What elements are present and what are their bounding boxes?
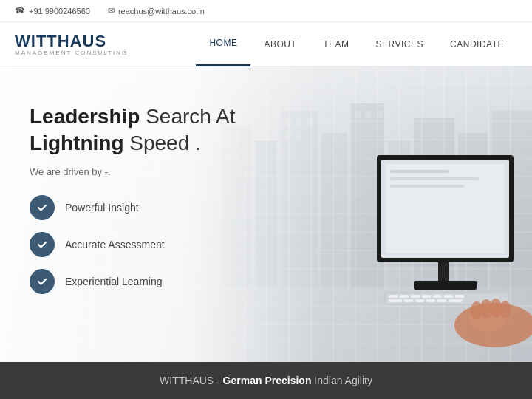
svg-rect-31 (414, 281, 477, 290)
check-icon-2 (30, 232, 55, 257)
footer-text: WITTHAUS - German Precision Indian Agili… (160, 375, 372, 386)
email-address: reachus@witthaus.co.in (118, 7, 205, 16)
feature-label-2: Accurate Assessment (65, 239, 165, 250)
svg-rect-43 (415, 299, 424, 302)
svg-rect-29 (390, 185, 464, 188)
svg-rect-42 (404, 299, 413, 302)
logo[interactable]: WITTHAUS Management Consulting (15, 32, 128, 56)
footer-bold: German Precision (223, 375, 312, 386)
svg-rect-36 (411, 295, 420, 298)
svg-rect-44 (426, 299, 435, 302)
navbar: WITTHAUS Management Consulting HOME ABOU… (0, 22, 532, 66)
svg-rect-45 (437, 299, 446, 302)
svg-rect-40 (455, 295, 464, 298)
footer-prefix: WITTHAUS - (160, 375, 223, 386)
list-item: Powerful Insight (30, 195, 266, 220)
nav-item-team[interactable]: TEAM (310, 22, 362, 66)
svg-rect-46 (449, 299, 462, 302)
nav-item-candidate[interactable]: CANDIDATE (437, 22, 517, 66)
nav-item-home[interactable]: HOME (196, 22, 250, 66)
check-icon-3 (30, 269, 55, 294)
svg-rect-28 (390, 177, 479, 180)
svg-rect-30 (438, 262, 449, 283)
phone-number: +91 9900246560 (29, 7, 90, 16)
svg-rect-35 (400, 295, 409, 298)
nav-item-about[interactable]: ABOUT (250, 22, 310, 66)
nav-links: HOME ABOUT TEAM SERVICES CANDIDATE (196, 22, 517, 66)
hero-section: Leadership Search At Lightning Speed . W… (0, 66, 532, 362)
footer: WITTHAUS - German Precision Indian Agili… (0, 362, 532, 399)
hero-content: Leadership Search At Lightning Speed . W… (0, 66, 296, 316)
features-list: Powerful Insight Accurate Assessment Exp… (30, 195, 266, 294)
hero-title: Leadership Search At Lightning Speed . (30, 103, 266, 157)
hero-subtitle: We are driven by -. (30, 166, 266, 177)
list-item: Accurate Assessment (30, 232, 266, 257)
svg-rect-39 (444, 295, 453, 298)
topbar: ☎ +91 9900246560 ✉ reachus@witthaus.co.i… (0, 0, 532, 22)
svg-rect-41 (389, 299, 402, 302)
phone-contact: ☎ +91 9900246560 (15, 6, 90, 16)
feature-label-1: Powerful Insight (65, 202, 139, 214)
svg-rect-34 (389, 295, 398, 298)
hero-illustration (332, 126, 532, 362)
check-icon-1 (30, 195, 55, 220)
phone-icon: ☎ (15, 6, 25, 16)
svg-rect-37 (422, 295, 431, 298)
list-item: Experiential Learning (30, 269, 266, 294)
email-icon: ✉ (108, 6, 115, 16)
nav-item-services[interactable]: SERVICES (363, 22, 437, 66)
logo-text: WITTHAUS (15, 32, 106, 50)
svg-rect-27 (390, 170, 449, 173)
svg-rect-38 (433, 295, 442, 298)
logo-sub: Management Consulting (15, 50, 128, 56)
footer-suffix: Indian Agility (311, 375, 372, 386)
svg-point-52 (500, 301, 511, 318)
email-contact: ✉ reachus@witthaus.co.in (108, 6, 205, 16)
svg-point-51 (490, 299, 502, 318)
feature-label-3: Experiential Learning (65, 276, 163, 287)
